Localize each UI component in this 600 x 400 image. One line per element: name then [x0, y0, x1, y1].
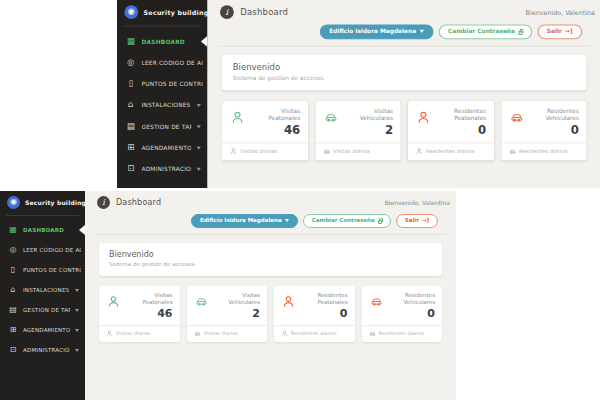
chevron-down-icon: [75, 289, 79, 292]
stat-value: 46: [284, 123, 300, 137]
sidebar-item-label: LEER CÓDIGO DE ACCESO: [23, 247, 81, 253]
logout-icon: →]: [422, 218, 429, 224]
stat-card-visitas-peatonales: Visitas Peatonales 46 Visitas diarias: [222, 100, 307, 160]
welcome-title: Bienvenido: [233, 62, 576, 72]
stat-value: 0: [478, 123, 486, 137]
sidebar-divider: [6, 215, 79, 216]
brand-header[interactable]: ◉ Security buildings: [117, 0, 207, 23]
logout-button[interactable]: Salir →]: [537, 24, 582, 38]
welcome-subtitle: Sistema de gestión de accesos.: [233, 74, 576, 80]
sidebar-item-instalaciones[interactable]: ⌂ INSTALACIONES: [117, 95, 207, 116]
calendar-icon: ⊞: [8, 326, 18, 334]
lock-icon: [378, 220, 382, 224]
qr-scan-icon: ◎: [8, 246, 18, 254]
info-menu-icon[interactable]: i: [97, 196, 110, 209]
car-icon: [369, 330, 376, 337]
sidebar-item-gestion-de-tarjetas[interactable]: ▤ GESTIÓN DE TARJETAS: [117, 116, 207, 137]
person-icon: [106, 330, 113, 337]
composite-canvas: ◉ Security buildings ▦ DASHBOARD ◎ LEER …: [0, 0, 600, 400]
chevron-down-icon: [197, 104, 201, 107]
page-title: Dashboard: [116, 198, 161, 207]
chevron-down-icon: [197, 167, 201, 170]
sidebar-item-agendamiento[interactable]: ⊞ AGENDAMIENTO: [117, 137, 207, 158]
sidebar-item-label: ADMINISTRACIÓN: [141, 166, 191, 172]
app-root: ◉ Security buildings ▦ DASHBOARD ◎ LEER …: [117, 0, 600, 188]
sidebar-item-instalaciones[interactable]: ⌂ INSTALACIONES: [0, 280, 85, 300]
building-icon: ⌂: [125, 101, 136, 109]
card-icon: ▤: [8, 306, 18, 314]
stat-footer-label: Residentes diarios: [519, 148, 568, 154]
sidebar-item-leer-codigo-de-acceso[interactable]: ◎ LEER CÓDIGO DE ACCESO: [117, 52, 207, 73]
chevron-down-icon: [197, 125, 201, 128]
building-selector-button[interactable]: Edificio Isidora Magdalena: [320, 24, 433, 38]
stat-card-residentes-vehiculares: Residentes Vehiculares 0 Residentes diar…: [501, 100, 586, 160]
sidebar-item-label: PUNTOS DE CONTROL: [141, 81, 203, 87]
car-icon: [195, 295, 208, 308]
person-icon: [107, 295, 120, 308]
stat-label: Peatonales: [142, 299, 172, 306]
stat-label: Visitas: [242, 292, 260, 299]
stat-footer: Visitas diarias: [222, 142, 307, 160]
chevron-down-icon: [75, 309, 79, 312]
car-icon: [508, 147, 515, 154]
sidebar-item-label: PUNTOS DE CONTROL: [23, 267, 81, 273]
brand-logo-icon: ◉: [7, 196, 20, 209]
stat-footer: Residentes diarios: [274, 325, 355, 342]
sidebar-item-leer-codigo-de-acceso[interactable]: ◎ LEER CÓDIGO DE ACCESO: [0, 240, 85, 260]
stat-label: Visitas: [374, 107, 393, 115]
monitor-icon: ⊡: [125, 165, 136, 173]
stat-card-residentes-peatonales: Residentes Peatonales 0 Residentes diari…: [408, 100, 493, 160]
app-instance-top: ◉ Security buildings ▦ DASHBOARD ◎ LEER …: [117, 0, 600, 188]
stat-label: Residentes: [547, 107, 579, 115]
card-icon: ▤: [125, 122, 136, 130]
stat-footer: Residentes diarios: [408, 142, 493, 160]
sidebar-item-administracion[interactable]: ⊡ ADMINISTRACIÓN: [0, 340, 85, 360]
sidebar-item-label: GESTIÓN DE TARJETAS: [23, 307, 70, 313]
sidebar-item-label: AGENDAMIENTO: [23, 327, 70, 333]
sidebar-item-gestion-de-tarjetas[interactable]: ▤ GESTIÓN DE TARJETAS: [0, 300, 85, 320]
change-password-label: Cambiar Contraseña: [312, 218, 375, 224]
sidebar-item-puntos-de-control[interactable]: ▯ PUNTOS DE CONTROL: [0, 260, 85, 280]
chevron-down-icon: [285, 219, 289, 222]
sidebar-item-agendamiento[interactable]: ⊞ AGENDAMIENTO: [0, 320, 85, 340]
logout-button[interactable]: Salir →]: [396, 214, 438, 228]
change-password-button[interactable]: Cambiar Contraseña: [438, 24, 532, 38]
person-icon: [416, 110, 430, 124]
sidebar-item-administracion[interactable]: ⊡ ADMINISTRACIÓN: [117, 158, 207, 179]
sidebar-item-label: AGENDAMIENTO: [141, 144, 191, 150]
logout-label: Salir: [547, 29, 562, 35]
stat-footer-label: Visitas diarias: [333, 148, 370, 154]
topbar: i Dashboard Bienvenido, Valentina: [207, 0, 600, 20]
stat-card-visitas-peatonales: Visitas Peatonales 46 Visitas diarias: [99, 286, 180, 342]
stat-label: Peatonales: [317, 299, 347, 306]
sidebar-item-label: INSTALACIONES: [141, 102, 190, 108]
building-selector-label: Edificio Isidora Magdalena: [200, 218, 282, 224]
sidebar-item-dashboard[interactable]: ▦ DASHBOARD: [117, 31, 207, 52]
chevron-down-icon: [75, 349, 79, 352]
brand-name: Security buildings: [25, 199, 90, 206]
sidebar: ◉ Security buildings ▦ DASHBOARD ◎ LEER …: [117, 0, 207, 188]
control-point-icon: ▯: [8, 266, 18, 274]
chevron-down-icon: [197, 146, 201, 149]
logout-icon: →]: [565, 29, 573, 35]
info-menu-icon[interactable]: i: [220, 5, 234, 19]
brand-header[interactable]: ◉ Security buildings: [0, 191, 85, 213]
user-greeting: Bienvenido, Valentina: [385, 199, 450, 206]
brand-name: Security buildings: [144, 8, 213, 15]
stat-footer: Visitas diarias: [315, 142, 400, 160]
stat-cards-row: Visitas Peatonales 46 Visitas diarias: [99, 286, 442, 342]
screenshot-bottom: ◉ Security buildings ▦ DASHBOARD ◎ LEER …: [0, 191, 456, 400]
sidebar-item-label: LEER CÓDIGO DE ACCESO: [141, 59, 203, 65]
main-area: i Dashboard Bienvenido, Valentina Edific…: [207, 0, 600, 188]
change-password-button[interactable]: Cambiar Contraseña: [303, 214, 391, 228]
person-icon: [282, 295, 295, 308]
car-icon: [324, 110, 338, 124]
sidebar-item-dashboard[interactable]: ▦ DASHBOARD: [0, 220, 85, 240]
logout-label: Salir: [405, 218, 419, 224]
stat-label: Vehiculares: [403, 299, 435, 306]
chevron-down-icon: [75, 329, 79, 332]
stat-label: Peatonales: [268, 114, 300, 122]
building-selector-button[interactable]: Edificio Isidora Magdalena: [191, 214, 298, 228]
sidebar-item-puntos-de-control[interactable]: ▯ PUNTOS DE CONTROL: [117, 73, 207, 94]
sidebar-item-label: DASHBOARD: [23, 227, 64, 233]
